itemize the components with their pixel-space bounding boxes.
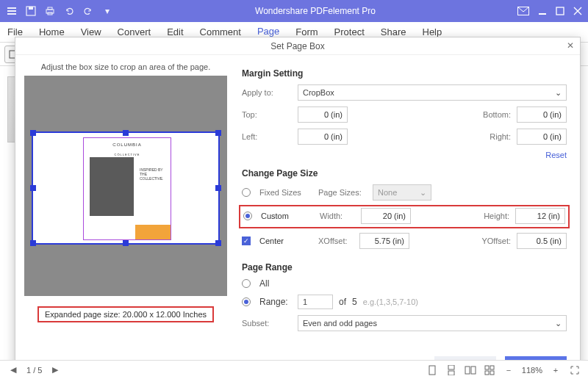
dialog-instruction: Adjust the box size to crop an area of t…: [41, 62, 211, 71]
bottom-input[interactable]: 0 (in): [517, 107, 567, 123]
all-label: All: [259, 278, 269, 289]
apply-to-select[interactable]: CropBox ⌄: [298, 84, 567, 101]
preview-caption: INSPIRED BYTHE COLLECTIVE.: [140, 167, 166, 181]
svg-rect-17: [465, 367, 470, 374]
save-icon[interactable]: [25, 5, 37, 17]
custom-radio[interactable]: [243, 212, 252, 220]
svg-rect-21: [485, 371, 489, 375]
range-heading: Page Range: [242, 262, 567, 272]
chevron-down-icon: ⌄: [555, 319, 562, 328]
page-sizes-select: None⌄: [373, 184, 431, 201]
reset-link[interactable]: Reset: [242, 151, 567, 159]
range-from-input[interactable]: 1: [298, 295, 333, 309]
content-area: Set Page Box ✕ Adjust the box size to cr…: [0, 66, 588, 360]
set-page-box-dialog: Set Page Box ✕ Adjust the box size to cr…: [15, 37, 581, 379]
close-icon[interactable]: [573, 7, 582, 15]
prev-page-icon[interactable]: ◀: [7, 364, 19, 376]
crop-handle[interactable]: [215, 185, 221, 191]
quick-access: ▾: [6, 5, 113, 17]
svg-rect-6: [48, 7, 52, 10]
chevron-down-icon: ⌄: [555, 88, 562, 98]
chevron-down-icon: ⌄: [420, 188, 426, 198]
pagesize-heading: Change Page Size: [242, 168, 567, 178]
grid-view-icon[interactable]: [484, 364, 495, 376]
document-page-preview: COLUMBIA COLLECTIVE INSPIRED BYTHE COLLE…: [83, 137, 171, 240]
fixed-sizes-label: Fixed Sizes: [259, 188, 312, 197]
crop-handle[interactable]: [215, 240, 221, 246]
app-menu-icon[interactable]: [6, 5, 18, 17]
range-radio[interactable]: [242, 297, 251, 306]
svg-rect-14: [429, 366, 435, 375]
custom-label: Custom: [261, 212, 314, 220]
subset-label: Subset:: [242, 319, 292, 328]
fullscreen-icon[interactable]: [569, 364, 581, 376]
range-total: 5: [352, 297, 357, 307]
fixed-sizes-radio[interactable]: [242, 188, 251, 197]
width-label: Width:: [320, 212, 355, 220]
subset-select[interactable]: Even and odd pages ⌄: [298, 315, 567, 331]
crop-frame[interactable]: COLUMBIA COLLECTIVE INSPIRED BYTHE COLLE…: [32, 131, 220, 245]
crop-handle[interactable]: [215, 130, 221, 136]
title-bar: ▾ Wondershare PDFelement Pro: [0, 0, 588, 22]
svg-rect-10: [556, 7, 564, 15]
crop-handle[interactable]: [30, 130, 36, 136]
dialog-title-bar: Set Page Box ✕: [15, 37, 580, 55]
continuous-view-icon[interactable]: [445, 364, 457, 376]
svg-rect-16: [448, 371, 454, 375]
svg-rect-1: [7, 10, 16, 12]
maximize-icon[interactable]: [556, 7, 564, 15]
apply-to-value: CropBox: [303, 88, 334, 97]
center-checkbox[interactable]: ✓: [242, 237, 251, 245]
xoffset-input[interactable]: 5.75 (in): [359, 233, 409, 249]
dialog-preview-pane: Adjust the box size to crop an area of t…: [15, 55, 236, 379]
next-page-icon[interactable]: ▶: [49, 364, 61, 376]
margin-heading: Margin Setting: [242, 68, 567, 79]
crop-handle[interactable]: [123, 240, 129, 246]
left-label: Left:: [242, 132, 292, 141]
minimize-icon[interactable]: [538, 7, 547, 15]
yoffset-input[interactable]: 0.5 (in): [517, 233, 567, 249]
window-controls: [517, 7, 582, 15]
dialog-close-icon[interactable]: ✕: [567, 40, 574, 51]
yoffset-label: YOffset:: [468, 237, 511, 245]
zoom-out-icon[interactable]: −: [503, 364, 514, 376]
zoom-level[interactable]: 118%: [522, 366, 542, 375]
top-label: Top:: [242, 110, 292, 119]
main-canvas: Set Page Box ✕ Adjust the box size to cr…: [66, 66, 588, 360]
dialog-title: Set Page Box: [270, 41, 324, 51]
right-input[interactable]: 0 (in): [517, 129, 567, 145]
mail-icon[interactable]: [517, 7, 529, 15]
of-label: of: [339, 297, 346, 307]
right-label: Right:: [468, 132, 511, 141]
crop-handle[interactable]: [30, 185, 36, 191]
svg-rect-9: [539, 13, 546, 15]
range-hint: e.g.(1,3,5,7-10): [363, 297, 418, 306]
page-indicator: 1 / 5: [26, 366, 42, 375]
height-label: Height:: [467, 212, 509, 220]
left-input[interactable]: 0 (in): [298, 129, 348, 145]
crop-preview[interactable]: COLUMBIA COLLECTIVE INSPIRED BYTHE COLLE…: [24, 76, 227, 296]
center-label: Center: [259, 237, 312, 245]
undo-icon[interactable]: [63, 5, 75, 17]
apply-to-label: Apply to:: [242, 88, 292, 97]
top-input[interactable]: 0 (in): [298, 107, 348, 123]
crop-handle[interactable]: [30, 240, 36, 246]
zoom-in-icon[interactable]: +: [550, 364, 562, 376]
dialog-form-pane: Margin Setting Apply to: CropBox ⌄ Top: …: [236, 55, 580, 379]
width-input[interactable]: 20 (in): [361, 208, 411, 224]
single-page-view-icon[interactable]: [426, 364, 438, 376]
dropdown-icon[interactable]: ▾: [101, 5, 113, 17]
svg-rect-18: [471, 367, 476, 374]
height-input[interactable]: 12 (in): [515, 208, 565, 224]
print-icon[interactable]: [44, 5, 56, 17]
range-label: Range:: [259, 297, 292, 307]
redo-icon[interactable]: [82, 5, 94, 17]
app-title: Wondershare PDFelement Pro: [113, 6, 517, 16]
two-page-view-icon[interactable]: [465, 364, 476, 376]
svg-rect-2: [7, 13, 16, 15]
crop-handle[interactable]: [123, 130, 129, 136]
all-pages-radio[interactable]: [242, 279, 251, 288]
xoffset-label: XOffset:: [318, 237, 354, 245]
svg-rect-20: [490, 366, 494, 369]
status-bar: ◀ 1 / 5 ▶ − 118% +: [0, 360, 588, 379]
